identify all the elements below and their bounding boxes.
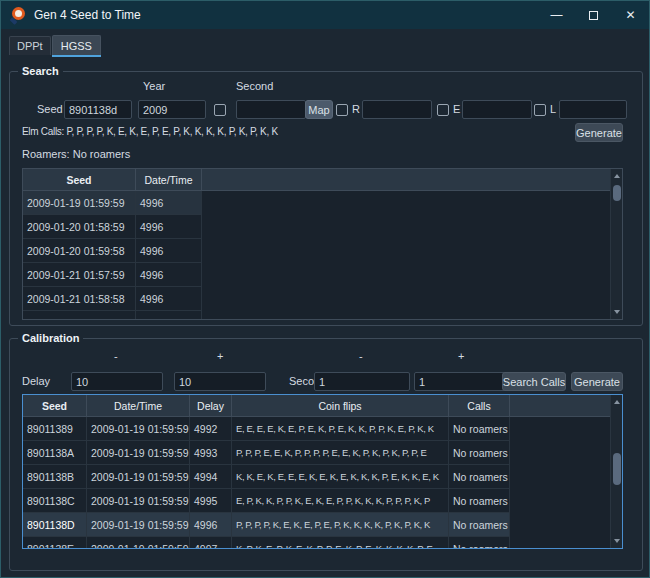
cell-datetime[interactable]: 2009-01-19 01:59:59 [87,537,190,549]
delay-minus-input[interactable] [71,372,163,391]
scrollbar-thumb[interactable] [613,185,621,201]
column-header-datetime[interactable]: Date/Time [87,395,190,417]
scroll-up-icon[interactable] [614,174,620,178]
table-row[interactable]: 89011389 2009-01-19 01:59:59 4992 E, E, … [23,417,622,441]
seed-input[interactable] [64,100,132,119]
cell-delay[interactable]: 4996 [136,191,202,215]
elm-calls-text: Elm Calls: P, P, P, P, K, E, K, E, P, E,… [22,126,278,137]
calibration-table[interactable]: Seed Date/Time Delay Coin flips Calls 89… [22,394,623,549]
cell-delay[interactable]: 4996 [136,311,202,320]
table-row[interactable]: 8901138C 2009-01-19 01:59:59 4995 E, P, … [23,489,622,513]
cell-delay[interactable]: 4996 [136,263,202,287]
cell-calls[interactable]: No roamers [449,417,510,441]
e-input[interactable] [462,100,532,119]
table-row[interactable]: 2009-01-21 01:58:58 4996 [23,287,622,311]
e-checkbox[interactable] [437,104,449,116]
cell-coinflips[interactable]: P, P, P, E, E, K, P, P, P, P, E, E, K, P… [232,441,449,465]
cell-calls[interactable]: No roamers [449,513,510,537]
scrollbar-thumb[interactable] [613,453,621,485]
cell-delay[interactable]: 4997 [190,537,232,549]
column-header-seed[interactable]: Seed [23,169,136,191]
cell-datetime[interactable]: 2009-01-19 01:59:59 [87,513,190,537]
vertical-scrollbar[interactable] [610,395,622,548]
maximize-button[interactable] [575,1,612,29]
cell-seed[interactable]: 8901138C [23,489,87,513]
column-header-datetime[interactable]: Date/Time [136,169,202,191]
column-header-calls[interactable]: Calls [449,395,510,417]
tab-dppt[interactable]: DPPt [9,36,51,55]
table-row-partial[interactable]: 8901138E 2009-01-19 01:59:59 4997 K, P, … [23,537,622,549]
app-window: { "window": { "title": "Gen 4 Seed to Ti… [0,0,650,578]
r-input[interactable] [362,100,432,119]
cell-delay[interactable]: 4992 [190,417,232,441]
tab-hgss[interactable]: HGSS [52,35,101,55]
cell-coinflips[interactable]: K, K, E, K, E, E, E, K, E, K, E, K, K, K… [232,465,449,489]
search-calls-button[interactable]: Search Calls [502,372,566,391]
cell-calls[interactable]: No roamers [449,441,510,465]
column-header-delay[interactable]: Delay [190,395,232,417]
table-row[interactable]: 2009-01-19 01:59:59 4996 [23,191,622,215]
cell-datetime[interactable]: 2009-01-19 01:59:59 [87,489,190,513]
cell-delay[interactable]: 4996 [136,239,202,263]
cell-seed[interactable]: 89011389 [23,417,87,441]
cell-calls[interactable]: No roamers [449,489,510,513]
cell-datetime[interactable]: 2009-01-19 01:59:59 [23,191,136,215]
cell-datetime[interactable]: 2009-01-21 01:58:58 [23,287,136,311]
table-row[interactable]: 2009-01-20 01:59:58 4996 [23,239,622,263]
cell-delay[interactable]: 4996 [190,513,232,537]
table-row[interactable]: 2009-01-20 01:58:59 4996 [23,215,622,239]
cell-datetime[interactable]: 2009-01-19 01:59:59 [87,441,190,465]
cell-datetime[interactable]: 2009-01-19 01:59:59 [87,417,190,441]
cell-calls[interactable]: No roamers [449,537,510,549]
close-button[interactable]: ✕ [612,1,649,29]
search-results-table[interactable]: Seed Date/Time 2009-01-19 01:59:59 4996 … [22,168,623,320]
cell-delay[interactable]: 4996 [136,287,202,311]
scroll-down-icon[interactable] [614,539,620,543]
cell-seed[interactable]: 8901138D [23,513,87,537]
cell-calls[interactable]: No roamers [449,465,510,489]
calibration-group-label: Calibration [18,332,83,344]
cell-datetime[interactable]: 2009-01-21 01:59:57 [23,311,136,320]
cell-seed[interactable]: 8901138E [23,537,87,549]
table-row[interactable]: 8901138A 2009-01-19 01:59:59 4993 P, P, … [23,441,622,465]
cell-delay[interactable]: 4994 [190,465,232,489]
delay-plus-input[interactable] [174,372,266,391]
cell-delay[interactable]: 4993 [190,441,232,465]
cell-datetime[interactable]: 2009-01-20 01:58:59 [23,215,136,239]
table-row-selected[interactable]: 8901138D 2009-01-19 01:59:59 4996 P, P, … [23,513,622,537]
table-row[interactable]: 2009-01-21 01:57:59 4996 [23,263,622,287]
calibration-table-header: Seed Date/Time Delay Coin flips Calls [23,395,610,417]
calibration-generate-button[interactable]: Generate [571,372,623,391]
titlebar[interactable]: Gen 4 Seed to Time — ✕ [1,1,649,29]
r-checkbox[interactable] [336,104,348,116]
cell-seed[interactable]: 8901138B [23,465,87,489]
map-button[interactable]: Map [305,100,333,119]
column-header-coinflips[interactable]: Coin flips [232,395,449,417]
vertical-scrollbar[interactable] [610,169,622,319]
year-checkbox[interactable] [214,104,226,116]
cell-coinflips[interactable]: E, P, K, K, P, P, K, E, K, E, P, P, K, K… [232,489,449,513]
generate-button[interactable]: Generate [575,123,623,142]
second-minus-input[interactable] [314,372,410,391]
cell-delay[interactable]: 4995 [190,489,232,513]
second-input[interactable] [236,100,306,119]
year-input[interactable] [138,100,206,119]
cell-seed[interactable]: 8901138A [23,441,87,465]
l-input[interactable] [559,100,627,119]
cell-delay[interactable]: 4996 [136,215,202,239]
minimize-button[interactable]: — [538,1,575,29]
search-table-header: Seed Date/Time [23,169,610,191]
cell-datetime[interactable]: 2009-01-21 01:57:59 [23,263,136,287]
scroll-down-icon[interactable] [614,310,620,314]
scroll-up-icon[interactable] [614,400,620,404]
cell-datetime[interactable]: 2009-01-20 01:59:58 [23,239,136,263]
second-plus-input[interactable] [414,372,508,391]
column-header-seed[interactable]: Seed [23,395,87,417]
table-row-partial[interactable]: 2009-01-21 01:59:57 4996 [23,311,622,320]
l-checkbox[interactable] [534,104,546,116]
cell-coinflips[interactable]: E, E, E, E, K, E, P, E, K, P, E, K, K, P… [232,417,449,441]
table-row[interactable]: 8901138B 2009-01-19 01:59:59 4994 K, K, … [23,465,622,489]
cell-datetime[interactable]: 2009-01-19 01:59:59 [87,465,190,489]
cell-coinflips[interactable]: P, P, P, P, K, E, K, E, P, E, P, K, K, K… [232,513,449,537]
cell-coinflips[interactable]: K, P, K, E, P, K, E, K, P, P, E, K, P, E… [232,537,449,549]
